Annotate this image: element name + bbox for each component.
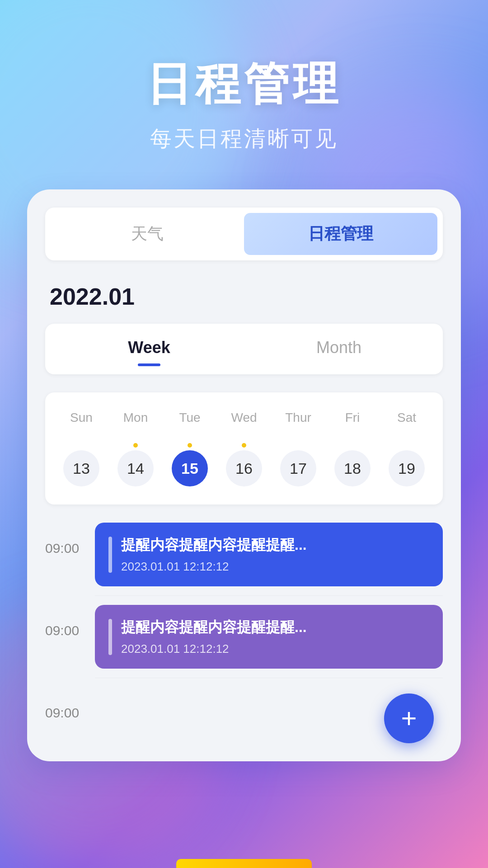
weekday-sun: Sun: [54, 406, 108, 429]
date-num-16[interactable]: 16: [226, 450, 262, 486]
date-cell-18[interactable]: 18: [325, 439, 380, 491]
event-datetime-2: 2023.01.01 12:12:12: [121, 642, 429, 656]
week-view-button[interactable]: Week: [54, 328, 244, 370]
event-bar-1: [108, 537, 112, 573]
date-num-17[interactable]: 17: [280, 450, 316, 486]
divider-1: [95, 595, 443, 596]
weekday-tue: Tue: [163, 406, 217, 429]
event-bar-2: [108, 619, 112, 655]
timeline: 09:00 提醒内容提醒内容提醒提醒... 2023.01.01 12:12:1…: [45, 518, 443, 734]
app-subtitle: 每天日程清晰可见: [0, 124, 488, 153]
date-dot-15: [188, 443, 192, 448]
weekday-thur: Thur: [271, 406, 325, 429]
weekday-mon: Mon: [108, 406, 163, 429]
add-icon: +: [401, 705, 417, 732]
divider-2: [95, 678, 443, 678]
weekday-headers: Sun Mon Tue Wed Thur Fri Sat: [54, 406, 434, 429]
event-block-2: 09:00 提醒内容提醒内容提醒提醒... 2023.01.01 12:12:1…: [45, 605, 443, 669]
month-view-button[interactable]: Month: [244, 328, 434, 370]
date-cell-16[interactable]: 16: [217, 439, 271, 491]
header: 日程管理 每天日程清晰可见: [0, 0, 488, 153]
date-cell-13[interactable]: 13: [54, 439, 108, 491]
tab-bar: 天气 日程管理: [45, 208, 443, 260]
main-card: 天气 日程管理 2022.01 Week Month Sun Mon Tue W…: [27, 189, 461, 761]
view-toggle: Week Month: [45, 324, 443, 374]
app-title: 日程管理: [0, 54, 488, 115]
dates-row: 13 14 15 16 17 18: [54, 439, 434, 491]
date-cell-15[interactable]: 15: [163, 439, 217, 491]
event-content-2: 提醒内容提醒内容提醒提醒... 2023.01.01 12:12:12: [121, 618, 429, 656]
date-num-15[interactable]: 15: [172, 450, 208, 486]
bottom-indicator: [176, 859, 312, 868]
weekday-sat: Sat: [380, 406, 434, 429]
date-cell-17[interactable]: 17: [271, 439, 325, 491]
event-time-3: 09:00: [45, 687, 95, 721]
date-num-18[interactable]: 18: [334, 450, 371, 486]
event-datetime-1: 2023.01.01 12:12:12: [121, 560, 429, 574]
event-title-2: 提醒内容提醒内容提醒提醒...: [121, 618, 429, 637]
event-time-2: 09:00: [45, 605, 95, 638]
event-title-1: 提醒内容提醒内容提醒提醒...: [121, 535, 429, 555]
date-cell-14[interactable]: 14: [108, 439, 163, 491]
event-content-1: 提醒内容提醒内容提醒提醒... 2023.01.01 12:12:12: [121, 535, 429, 574]
calendar: Sun Mon Tue Wed Thur Fri Sat 13 14 15: [45, 392, 443, 505]
add-event-button[interactable]: +: [384, 693, 434, 743]
event-card-1[interactable]: 提醒内容提醒内容提醒提醒... 2023.01.01 12:12:12: [95, 523, 443, 586]
date-dot-16: [242, 443, 246, 448]
weekday-fri: Fri: [325, 406, 380, 429]
date-num-13[interactable]: 13: [63, 450, 99, 486]
date-cell-19[interactable]: 19: [380, 439, 434, 491]
date-num-19[interactable]: 19: [389, 450, 425, 486]
date-dot-14: [133, 443, 138, 448]
tab-schedule[interactable]: 日程管理: [244, 213, 437, 255]
current-date: 2022.01: [45, 283, 443, 310]
tab-weather[interactable]: 天气: [51, 213, 244, 255]
event-block-3: 09:00: [45, 687, 443, 721]
weekday-wed: Wed: [217, 406, 271, 429]
date-num-14[interactable]: 14: [117, 450, 154, 486]
event-block-1: 09:00 提醒内容提醒内容提醒提醒... 2023.01.01 12:12:1…: [45, 523, 443, 586]
event-card-2[interactable]: 提醒内容提醒内容提醒提醒... 2023.01.01 12:12:12: [95, 605, 443, 669]
event-time-1: 09:00: [45, 523, 95, 556]
